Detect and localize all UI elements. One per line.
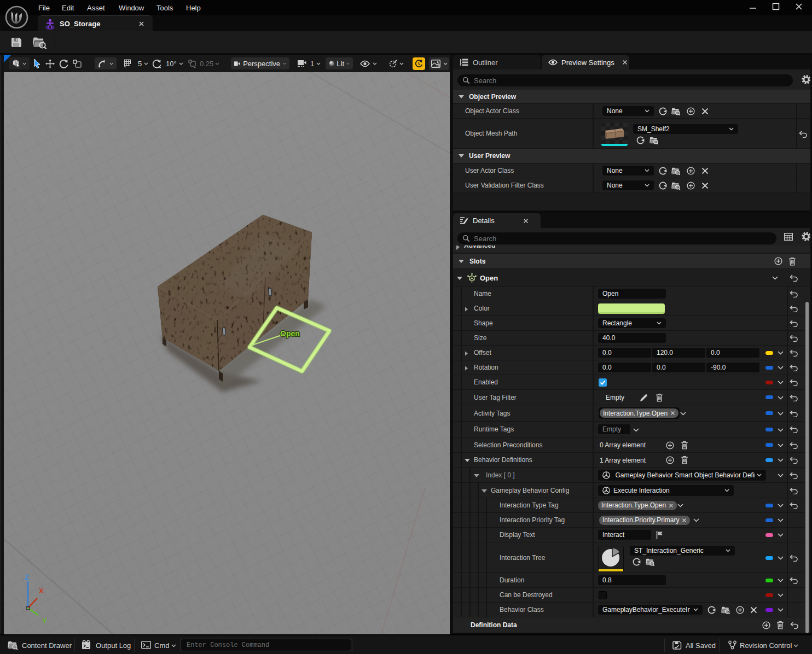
svg-text:Z: Z	[25, 573, 29, 581]
svg-text:X: X	[39, 587, 44, 595]
svg-text:Open: Open	[280, 329, 300, 338]
svg-text:Y: Y	[42, 617, 47, 625]
